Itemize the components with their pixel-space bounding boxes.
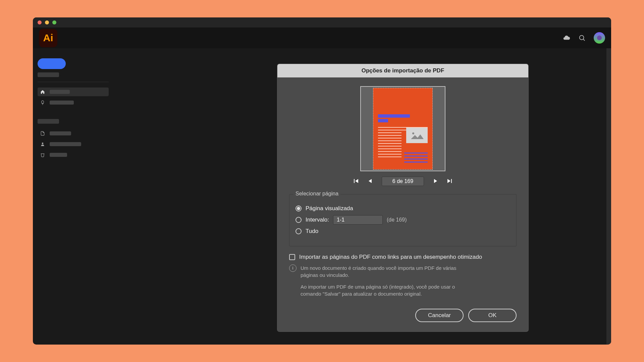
page-preview — [360, 86, 445, 171]
radio-range[interactable]: Intervalo: 1-1 (de 169) — [296, 215, 510, 225]
radio-label: Tudo — [306, 228, 318, 235]
sidebar-item-files[interactable] — [38, 129, 109, 138]
svg-point-3 — [412, 132, 414, 134]
page-number-field[interactable]: 6 de 169 — [382, 177, 424, 186]
svg-rect-10 — [451, 179, 452, 183]
svg-point-2 — [42, 142, 44, 144]
sidebar-skeleton — [38, 72, 59, 77]
info-note: i Um novo documento é criado quando você… — [289, 264, 517, 302]
divider — [38, 82, 109, 82]
dialog-title: Opções de importação de PDF — [277, 64, 528, 77]
select-page-fieldset: Selecionar página Página visualizada Int… — [289, 194, 517, 246]
preview-document — [373, 88, 433, 170]
first-page-button[interactable] — [354, 178, 359, 185]
app-logo: Ai — [39, 29, 57, 47]
maximize-traffic-light[interactable] — [52, 20, 56, 24]
home-icon — [40, 89, 45, 94]
checkbox-icon — [289, 254, 295, 260]
pdf-import-options-dialog: Opções de importação de PDF 6 de — [277, 64, 528, 331]
svg-point-0 — [580, 36, 584, 40]
home-sidebar — [33, 48, 113, 345]
sidebar-item-home[interactable] — [38, 87, 109, 96]
file-icon — [40, 131, 45, 136]
cloud-icon[interactable] — [563, 34, 570, 42]
window-titlebar — [33, 17, 611, 27]
close-traffic-light[interactable] — [38, 20, 42, 24]
checkbox-label: Importar as páginas do PDF como links pa… — [299, 254, 482, 260]
app-window: Ai Opções de im — [33, 17, 611, 345]
info-icon: i — [289, 264, 297, 272]
new-file-button[interactable] — [38, 58, 66, 69]
radio-label: Intervalo: — [306, 217, 329, 223]
scrollbar[interactable] — [606, 48, 611, 345]
prev-page-button[interactable] — [368, 178, 373, 185]
cancel-button[interactable]: Cancelar — [415, 309, 464, 322]
main-content: Opções de importação de PDF 6 de — [113, 48, 611, 345]
svg-marker-4 — [411, 134, 424, 139]
lightbulb-icon — [40, 100, 45, 105]
sidebar-item-learn[interactable] — [38, 98, 109, 107]
svg-marker-6 — [355, 179, 358, 183]
next-page-button[interactable] — [433, 178, 438, 185]
image-placeholder-icon — [406, 128, 428, 143]
range-of-label: (de 169) — [387, 217, 407, 223]
account-avatar[interactable] — [594, 32, 605, 44]
sidebar-item-deleted[interactable] — [38, 150, 109, 159]
app-topbar: Ai — [33, 27, 611, 48]
radio-icon — [296, 205, 302, 212]
radio-icon — [296, 217, 302, 223]
info-paragraph-1: Um novo documento é criado quando você i… — [301, 264, 465, 279]
svg-marker-9 — [447, 179, 450, 183]
radio-all[interactable]: Tudo — [296, 228, 510, 235]
svg-marker-8 — [434, 179, 437, 183]
info-paragraph-2: Ao importar um PDF de uma página só (int… — [301, 283, 465, 297]
radio-label: Página visualizada — [306, 205, 353, 212]
trash-icon — [40, 153, 45, 157]
radio-previewed-page[interactable]: Página visualizada — [296, 205, 510, 212]
ok-button[interactable]: OK — [468, 309, 517, 322]
range-input[interactable]: 1-1 — [333, 215, 383, 225]
minimize-traffic-light[interactable] — [45, 20, 49, 24]
sidebar-item-shared[interactable] — [38, 140, 109, 148]
user-icon — [40, 142, 45, 146]
search-icon[interactable] — [578, 34, 586, 42]
page-navigator: 6 de 169 — [289, 177, 517, 186]
svg-marker-7 — [369, 179, 372, 183]
radio-icon — [296, 228, 302, 234]
svg-rect-5 — [354, 179, 355, 183]
last-page-button[interactable] — [447, 178, 452, 185]
import-as-links-checkbox[interactable]: Importar as páginas do PDF como links pa… — [289, 254, 517, 260]
sidebar-section-label — [38, 119, 59, 124]
svg-line-1 — [583, 39, 585, 41]
fieldset-legend: Selecionar página — [293, 191, 340, 197]
